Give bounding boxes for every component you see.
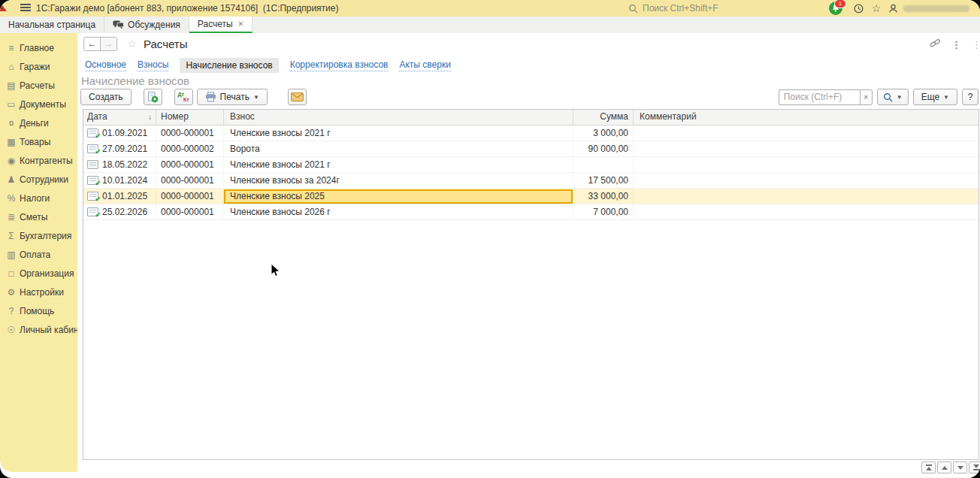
column-header-sum[interactable]: Сумма	[573, 110, 634, 125]
post-document-button[interactable]	[144, 89, 162, 105]
kebab-menu-icon[interactable]: ⋮	[951, 39, 961, 51]
sidebar-item-organization[interactable]: □Организация	[0, 265, 77, 283]
scroll-down-button[interactable]	[953, 461, 967, 473]
sidebar-item-settings[interactable]: ⚙Настройки	[0, 283, 77, 302]
user-icon[interactable]	[885, 2, 900, 15]
subtab-fees[interactable]: Взносы	[138, 59, 168, 71]
tab-close-icon[interactable]: ×	[238, 19, 243, 29]
sidebar-item-employees[interactable]: ♟Сотрудники	[0, 171, 77, 189]
send-email-button[interactable]	[288, 89, 307, 105]
clear-search-icon[interactable]: ×	[860, 89, 873, 105]
scroll-up-button[interactable]	[937, 461, 951, 473]
estimates-icon: ≣	[5, 208, 17, 227]
table-row[interactable]: ✔25.02.2026 0000-000001 Членские взносы …	[83, 204, 978, 220]
organization-icon: □	[5, 265, 17, 283]
back-button[interactable]: ←	[83, 37, 101, 51]
sidebar-item-payment[interactable]: ▥Оплата	[0, 246, 77, 265]
sidebar-item-taxes[interactable]: %Налоги	[0, 189, 77, 208]
garages-icon: ⌂	[5, 58, 17, 77]
payment-icon: ▥	[5, 246, 17, 265]
forward-button[interactable]: →	[100, 37, 117, 51]
table-header: Дата ↓ Номер Взнос Сумма Комментарий	[83, 110, 978, 126]
column-header-comment[interactable]: Комментарий	[634, 110, 978, 125]
taxes-icon: %	[5, 189, 17, 208]
sidebar-item-main[interactable]: ≡Главное	[0, 39, 77, 58]
sidebar-item-money[interactable]: ¤Деньги	[0, 114, 77, 133]
subtab-reconciliation[interactable]: Акты сверки	[399, 59, 450, 71]
app-window: 1С:Гаражи демо [абонент 883, приложение …	[0, 0, 980, 478]
tab-label: Расчеты	[198, 19, 233, 29]
print-button[interactable]: Печать ▼	[197, 89, 268, 105]
sidebar-item-counterparties[interactable]: ◉Контрагенты	[0, 152, 77, 171]
window-title: 1С:Гаражи демо [абонент 883, приложение …	[36, 0, 338, 17]
page-subtabs: Основное Взносы Начисление взносов Корре…	[85, 58, 451, 73]
settings-icon: ⚙	[5, 283, 17, 302]
table-row[interactable]: ✔27.09.2021 0000-000002 Ворота 90 000,00	[83, 141, 978, 157]
posted-document-icon: ✔	[87, 129, 98, 138]
favorite-star-icon[interactable]: ☆	[127, 38, 137, 50]
column-header-number[interactable]: Номер	[156, 110, 224, 125]
column-header-date[interactable]: Дата ↓	[83, 110, 156, 125]
create-button[interactable]: Создать	[80, 89, 132, 105]
table-row[interactable]: ✔10.01.2024 0000-000001 Членские взносы …	[83, 173, 978, 189]
sidebar-item-account[interactable]: ☉Личный кабинет	[0, 321, 77, 340]
notification-badge: 1	[834, 0, 846, 8]
favorites-star-icon[interactable]: ☆	[869, 2, 884, 15]
window-tabbar: Начальная страница Обсуждения Расчеты ×	[0, 17, 980, 34]
table-row[interactable]: ✔01.09.2021 0000-000001 Членские взносы …	[83, 126, 978, 141]
sidebar-item-garages[interactable]: ⌂Гаражи	[0, 58, 77, 77]
sort-descending-icon[interactable]: ↓	[148, 110, 152, 124]
sidebar-item-settlements[interactable]: ▤Расчеты	[0, 77, 77, 95]
list-search-input[interactable]	[779, 89, 860, 105]
search-icon	[628, 4, 638, 14]
sidebar-item-accounting[interactable]: ΣБухгалтерия	[0, 227, 77, 246]
subtab-fee-correction[interactable]: Корректировка взносов	[290, 59, 389, 71]
column-header-fee[interactable]: Взнос	[224, 110, 573, 125]
post-document-icon	[147, 91, 159, 103]
active-cell[interactable]: Членские взносы 2025	[224, 189, 573, 204]
main-menu-icon[interactable]	[20, 4, 31, 12]
envelope-icon	[291, 92, 304, 101]
advanced-search-button[interactable]: ▼	[877, 89, 909, 105]
subtab-fee-accrual[interactable]: Начисление взносов	[180, 58, 278, 73]
more-button[interactable]: Еще ▼	[913, 89, 957, 105]
sidebar-item-documents[interactable]: ▭Документы	[0, 95, 77, 114]
search-icon	[883, 92, 893, 102]
fee-accrual-table: Дата ↓ Номер Взнос Сумма Комментарий ✔01…	[83, 109, 979, 460]
current-user-name-redacted[interactable]	[903, 5, 969, 12]
tab-label: Начальная страница	[8, 20, 95, 30]
posted-document-icon: ✔	[87, 144, 98, 153]
account-icon: ☉	[5, 321, 17, 340]
help-button[interactable]: ?	[962, 89, 978, 105]
dtkt-icon: Дт Кт	[178, 92, 189, 102]
history-icon[interactable]	[851, 2, 866, 15]
tab-discussions[interactable]: Обсуждения	[104, 17, 189, 33]
sidebar-item-help[interactable]: ?Помощь	[0, 302, 77, 321]
table-row-selected[interactable]: ✔01.01.2025 0000-000001 Членские взносы …	[83, 189, 978, 204]
scroll-to-top-button[interactable]	[921, 461, 936, 473]
kebab-menu-partial-icon[interactable]: ⋮	[972, 39, 980, 51]
global-search-input[interactable]	[641, 2, 787, 14]
global-search[interactable]	[628, 0, 787, 17]
scroll-to-bottom-button[interactable]	[969, 461, 980, 473]
chevron-down-icon: ▼	[897, 94, 903, 101]
chat-icon	[113, 20, 124, 29]
accounting-icon: Σ	[5, 227, 17, 246]
subtab-main[interactable]: Основное	[85, 59, 126, 71]
posted-document-icon: ✔	[87, 176, 98, 185]
main-area: ← → ☆ Расчеты ⋮ ⋮ Основное Взносы	[77, 33, 980, 478]
page-title: Расчеты	[144, 37, 188, 52]
sidebar-item-estimates[interactable]: ≣Сметы	[0, 208, 77, 227]
tab-settlements[interactable]: Расчеты ×	[189, 17, 253, 33]
money-icon: ¤	[5, 114, 17, 133]
show-postings-button[interactable]: Дт Кт	[174, 89, 193, 105]
notifications-button[interactable]: 1	[829, 1, 845, 16]
tab-home[interactable]: Начальная страница	[0, 17, 104, 33]
printer-icon	[205, 92, 216, 102]
get-link-icon[interactable]	[930, 38, 941, 52]
table-row[interactable]: 18.05.2022 0000-000001 Членские взносы 2…	[83, 157, 978, 173]
sidebar-item-goods[interactable]: ▦Товары	[0, 133, 77, 152]
list-search: ×	[779, 89, 873, 105]
titlebar: 1С:Гаражи демо [абонент 883, приложение …	[0, 0, 980, 17]
documents-icon: ▭	[5, 95, 17, 114]
